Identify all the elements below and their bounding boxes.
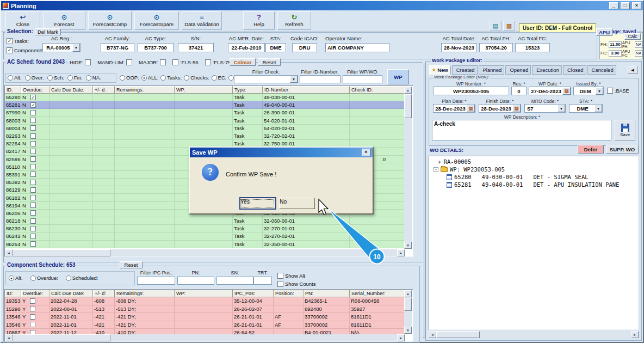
- radio-option[interactable]: Tasks:: [160, 75, 182, 81]
- issued-by-select[interactable]: DEM ▼: [573, 87, 604, 95]
- save-button[interactable]: Save: [615, 120, 635, 140]
- row-checkbox[interactable]: [30, 298, 35, 304]
- row-checkbox[interactable]: [30, 306, 35, 311]
- flag-checkbox-box[interactable]: [126, 59, 132, 65]
- radio-option[interactable]: ● ALL:: [141, 75, 159, 81]
- row-checkbox[interactable]: [30, 187, 36, 193]
- tasks-checkbox-box[interactable]: ✓: [7, 38, 13, 44]
- colmar-button[interactable]: Colmar: [230, 58, 256, 66]
- row-checkbox[interactable]: [30, 164, 36, 169]
- flag-checkbox-box[interactable]: [172, 59, 178, 65]
- table-row[interactable]: 68003 N Task 54-020-01-01: [5, 117, 405, 125]
- table-row[interactable]: 13546 Y 2022-11-01 -421 -421 DY; 26-21-0…: [5, 321, 405, 329]
- table-row[interactable]: 65280 N✓ Task 49-030-00-01: [5, 94, 405, 101]
- chevron-down-icon[interactable]: ▼: [558, 105, 565, 112]
- column-header[interactable]: ID:: [5, 86, 21, 94]
- scroll-right-icon[interactable]: ►: [631, 331, 639, 338]
- tree-item-wp[interactable]: - WP: WP230053-005: [430, 166, 637, 173]
- column-header[interactable]: +/- d:: [93, 290, 115, 297]
- scroll-left-icon[interactable]: ◄: [429, 331, 436, 338]
- chevron-down-icon[interactable]: ▼: [72, 44, 80, 52]
- row-checkbox[interactable]: [30, 133, 36, 139]
- mro-code-select[interactable]: S7 ▼: [524, 104, 566, 113]
- dialog-close-button[interactable]: ×: [362, 149, 370, 156]
- filter-ipc-input[interactable]: [137, 277, 175, 285]
- filter-check-select[interactable]: ▼: [234, 75, 298, 83]
- scrollbar-thumb[interactable]: [404, 298, 412, 311]
- scroll-up-icon[interactable]: ▲: [404, 290, 412, 297]
- radio-option[interactable]: Checks:: [184, 75, 209, 81]
- wp-editor-tab[interactable]: Planned: [479, 65, 505, 75]
- column-header[interactable]: PN:: [304, 290, 350, 297]
- row-checkbox[interactable]: ✓: [30, 102, 36, 108]
- table-row[interactable]: 86230 N Task 32-270-01-01: [5, 225, 405, 232]
- defer-button[interactable]: Defer: [578, 145, 604, 154]
- flag-checkbox[interactable]: HIDE:: [70, 59, 91, 65]
- row-checkbox[interactable]: [30, 171, 36, 177]
- radio-option[interactable]: Over:: [25, 75, 44, 81]
- supp-wo-button[interactable]: SUPP. WO: [606, 145, 639, 154]
- toolbar-button[interactable]: ? Help: [243, 11, 275, 30]
- wp-description-input[interactable]: A-check: [432, 120, 611, 140]
- radio-option[interactable]: ● Alt.: [9, 275, 23, 281]
- scrollbar-thumb[interactable]: [404, 94, 412, 118]
- dialog-titlebar[interactable]: Save WP ×: [190, 148, 373, 157]
- wp-editor-tab[interactable]: ★ New: [429, 65, 451, 75]
- scroll-down-icon[interactable]: ▼: [404, 242, 412, 249]
- filter-wp-input[interactable]: [343, 75, 382, 83]
- apu-button[interactable]: APU: [596, 28, 612, 36]
- flag-checkbox[interactable]: :FLS-56: [172, 59, 199, 65]
- table-row[interactable]: 13546 Y 2022-11-01 -421 -421 DY; 26-21-0…: [5, 313, 405, 321]
- yes-button[interactable]: Yes: [240, 198, 276, 209]
- calc-button[interactable]: Calc: [624, 33, 641, 40]
- components-checkbox-box[interactable]: ✓: [7, 47, 13, 53]
- filter-sn-input[interactable]: [216, 277, 253, 285]
- wp-sta-select[interactable]: DME ▼: [569, 104, 603, 113]
- toolbar-button[interactable]: ↻ Refresh: [277, 11, 311, 30]
- wp-editor-tab[interactable]: Execution: [532, 65, 562, 75]
- column-header[interactable]: Type:: [233, 86, 263, 94]
- row-checkbox[interactable]: [30, 218, 36, 224]
- wp-button[interactable]: WP: [387, 69, 409, 84]
- chevron-down-icon[interactable]: ▼: [290, 76, 298, 83]
- row-checkbox[interactable]: [30, 234, 36, 239]
- scroll-left-icon[interactable]: ◄: [5, 334, 13, 341]
- flag-checkbox-box[interactable]: [205, 59, 211, 65]
- row-checkbox[interactable]: ✓: [30, 95, 36, 100]
- wp-editor-tab[interactable]: Opened: [505, 65, 531, 75]
- ac-horizontal-scrollbar[interactable]: ◄ ►: [5, 249, 405, 256]
- row-checkbox[interactable]: [30, 149, 36, 154]
- column-header[interactable]: Overdue:: [21, 86, 49, 94]
- table-row[interactable]: 82263 N Task 32-720-02-01: [5, 132, 405, 140]
- wp-number-field[interactable]: WP230053-005: [433, 87, 509, 95]
- radio-option[interactable]: OOP:: [120, 75, 139, 81]
- tree-item-aircraft[interactable]: ✈ RA-00005: [430, 158, 637, 166]
- tasks-checkbox[interactable]: ✓ Tasks:: [7, 38, 29, 44]
- comp-vertical-scrollbar[interactable]: ▲ ▼: [404, 290, 412, 334]
- table-row[interactable]: 15298 Y 2022-08-01 -513 -513 DY; 26-26-0…: [5, 305, 405, 314]
- wp-date-field[interactable]: 27-Dec-2023 ▦: [529, 87, 571, 95]
- flag-checkbox[interactable]: :FLS-75: [205, 59, 231, 65]
- scrollbar-thumb[interactable]: [13, 249, 110, 256]
- radio-option[interactable]: Alt:: [8, 75, 22, 81]
- maximize-button[interactable]: □: [621, 2, 630, 9]
- row-checkbox[interactable]: [30, 203, 36, 208]
- ac-reset-button[interactable]: Reset: [258, 58, 281, 66]
- base-checkbox-box[interactable]: [607, 88, 613, 94]
- picture-tool-button[interactable]: ▦: [503, 21, 515, 30]
- column-header[interactable]: Position:: [274, 290, 304, 297]
- del-mark-button[interactable]: Del Mark: [35, 28, 61, 35]
- filter-id-input[interactable]: [300, 75, 340, 83]
- comp-horizontal-scrollbar[interactable]: ◄ ►: [5, 334, 405, 341]
- scroll-right-icon[interactable]: ►: [397, 334, 405, 341]
- scrollbar-thumb[interactable]: [13, 334, 110, 341]
- chevron-down-icon[interactable]: ▼: [596, 87, 603, 95]
- base-checkbox[interactable]: :BASE: [607, 88, 629, 94]
- wp-editor-tab[interactable]: Closed: [563, 65, 586, 75]
- row-checkbox[interactable]: [30, 156, 36, 162]
- row-checkbox[interactable]: [30, 210, 36, 216]
- scroll-right-icon[interactable]: ►: [397, 249, 405, 256]
- row-checkbox[interactable]: [30, 241, 36, 247]
- flag-checkbox-box[interactable]: [160, 59, 166, 65]
- radio-option[interactable]: Fin:: [67, 75, 83, 81]
